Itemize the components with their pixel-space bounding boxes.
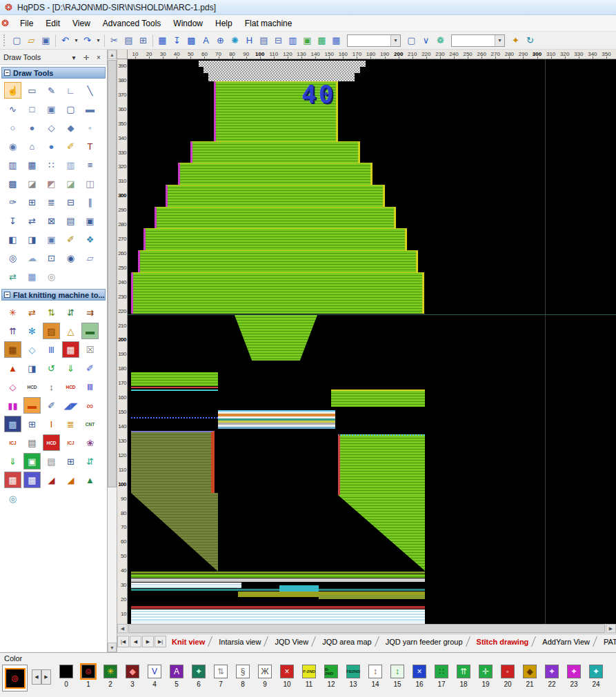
color-swatch-20[interactable]: ◦ [501, 665, 515, 678]
pattern-canvas[interactable]: 40 [128, 59, 616, 624]
color-swatch-2[interactable]: ✳ [103, 665, 117, 678]
solid-block-tool[interactable]: ▣ [43, 231, 60, 248]
multi-color-tool[interactable]: ❖ [81, 231, 99, 248]
color-blocks-2-icon[interactable]: ▦ [329, 33, 344, 48]
color-swatch-19[interactable]: ✛ [479, 665, 493, 678]
knit-tool-33[interactable]: Ⅰ [43, 416, 60, 432]
knit-tool-16[interactable]: ▲ [4, 360, 21, 376]
machine-select-combo[interactable]: ▾ [347, 34, 401, 47]
chevron-down-icon[interactable]: ▾ [495, 35, 504, 46]
knit-tool-3[interactable]: ⇅ [43, 304, 60, 321]
grid-pen-icon[interactable]: ⊟ [271, 33, 286, 48]
knit-tool-19[interactable]: ⇓ [62, 360, 79, 376]
knit-tool-18[interactable]: ↺ [43, 360, 60, 376]
filled-oval-tool[interactable]: ◉ [4, 138, 21, 154]
image-view-icon[interactable]: ▣ [300, 33, 315, 48]
menu-view[interactable]: View [66, 17, 97, 30]
knit-tool-37[interactable]: ▤ [23, 434, 41, 451]
knit-tool-47[interactable]: ▦ [23, 472, 41, 488]
burst-icon[interactable]: ✺ [228, 33, 242, 48]
knit-tool-41[interactable]: ⇓ [4, 453, 21, 469]
knit-tool-2[interactable]: ⇄ [23, 304, 41, 321]
knit-tool-11[interactable]: ▦ [4, 341, 21, 358]
tab-nav-3[interactable]: ▶| [155, 636, 166, 647]
polyline-tool[interactable]: ∟ [62, 82, 79, 99]
tab-stitch-drawing[interactable]: Stitch drawing [472, 636, 534, 647]
height-tool-icon[interactable]: H [242, 33, 257, 48]
color-swatch-8[interactable]: § [236, 665, 250, 678]
knit-tool-36[interactable]: ICJ [4, 434, 21, 451]
menu-file[interactable]: File [14, 17, 39, 30]
eraser-tool-1[interactable]: ◪ [23, 175, 41, 192]
tab-nav-2[interactable]: ▶ [142, 636, 154, 647]
color-swatch-9[interactable]: Ж [258, 665, 272, 678]
swap-tool[interactable]: ⇄ [23, 212, 41, 229]
cross-grid-tool[interactable]: ⊠ [43, 212, 60, 229]
knit-tool-35[interactable]: CNT [81, 416, 99, 432]
pattern-grid-tool[interactable]: ▦ [23, 268, 41, 285]
exchange-tool[interactable]: ⇄ [4, 268, 21, 285]
tab-pat-view[interactable]: PAT view [599, 636, 616, 647]
grid-fill-tool[interactable]: ▦ [23, 156, 41, 173]
knit-tool-14[interactable]: ▦ [62, 341, 79, 358]
knit-tool-42[interactable]: ▣ [23, 453, 41, 469]
block-tool[interactable]: ▣ [81, 212, 99, 229]
color-swatch-0[interactable] [59, 665, 73, 678]
knit-tool-9[interactable]: △ [62, 323, 79, 339]
scrollbar-thumb[interactable] [108, 60, 117, 487]
loop-view-icon[interactable]: ↧ [170, 33, 184, 48]
knit-tool-39[interactable]: ICJ [62, 434, 79, 451]
knit-tool-50[interactable]: ▲ [81, 472, 99, 488]
zoom-select-combo[interactable]: ▾ [451, 34, 505, 47]
tab-addyarn-view[interactable]: AddYarn View [537, 636, 595, 647]
color-swatch-22[interactable]: ✦ [545, 665, 559, 678]
marquee-select-tool[interactable]: ▭ [23, 82, 41, 99]
zoom-tool[interactable]: ◎ [4, 250, 21, 266]
redo-icon[interactable]: ↷ [80, 33, 95, 48]
rounded-rectangle-tool[interactable]: ▢ [62, 101, 79, 117]
panel-scrollbar[interactable]: ▲ ▼ [108, 50, 117, 652]
knit-tool-17[interactable]: ◨ [23, 360, 41, 376]
ring-tool[interactable]: ◎ [43, 268, 60, 285]
hand-select-tool[interactable]: ☝ [4, 82, 21, 99]
curve-tool[interactable]: ∿ [4, 101, 21, 117]
target-icon[interactable]: ⊕ [213, 33, 228, 48]
swirl-icon[interactable]: ❁ [433, 33, 448, 48]
line-tool[interactable]: ╲ [81, 82, 99, 99]
knit-tool-40[interactable]: ❀ [81, 434, 99, 451]
color-swatch-10[interactable]: × [280, 665, 294, 678]
tab-intarsia-view[interactable]: Intarsia view [214, 636, 266, 647]
pages-icon[interactable]: ▤ [257, 33, 271, 48]
new-file-icon[interactable]: ▢ [10, 33, 24, 48]
scroll-right-icon[interactable]: ▶ [606, 624, 616, 633]
yellow-pencil-tool[interactable]: ✐ [62, 138, 79, 154]
color-swatch-21[interactable]: ◆ [523, 665, 537, 678]
needle-view-icon[interactable]: ▩ [184, 33, 199, 48]
color-blocks-icon[interactable]: ▦ [315, 33, 329, 48]
color-swatch-15[interactable]: ↕ [390, 665, 404, 678]
half-right-tool[interactable]: ◨ [23, 231, 41, 248]
eraser-tool-2[interactable]: ◩ [43, 175, 60, 192]
color-swatch-14[interactable]: ↕ [368, 665, 382, 678]
knit-tool-51[interactable]: ◎ [4, 490, 21, 507]
filled-ellipse-tool[interactable]: ● [23, 119, 41, 136]
knit-tool-31[interactable]: ▩ [4, 416, 21, 432]
text-tool-icon[interactable]: A [199, 33, 213, 48]
save-icon[interactable]: ▣ [39, 33, 53, 48]
color-swatch-1[interactable]: ⊚ [81, 665, 95, 678]
color-swatch-6[interactable]: ✦ [192, 665, 206, 678]
align-rows-tool[interactable]: ≣ [43, 194, 60, 210]
yarn-feeder-icon[interactable]: ∨ [419, 33, 433, 48]
redo-dropdown-icon[interactable]: ▾ [95, 33, 102, 48]
knit-tool-32[interactable]: ⊞ [23, 416, 41, 432]
knit-tool-20[interactable]: ✐ [81, 360, 99, 376]
knit-tool-25[interactable]: Ⅲ [81, 378, 99, 395]
knit-tool-4[interactable]: ⇵ [62, 304, 79, 321]
remove-grid-tool[interactable]: ⊟ [62, 194, 79, 210]
canvas-horizontal-scrollbar[interactable]: ◀ ▶ [117, 624, 616, 634]
undo-icon[interactable]: ↶ [58, 33, 72, 48]
knit-tool-21[interactable]: ◇ [4, 378, 21, 395]
scroll-left-icon[interactable]: ◀ [117, 624, 128, 633]
knit-tool-49[interactable]: ◢ [62, 472, 79, 488]
paste-icon[interactable]: ⊞ [136, 33, 150, 48]
